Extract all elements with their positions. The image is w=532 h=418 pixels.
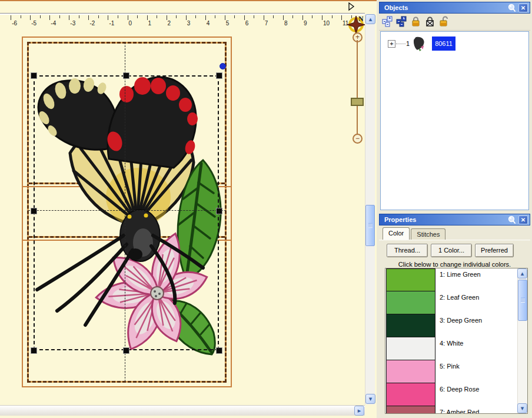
collapse-arrow-icon[interactable] — [348, 2, 355, 11]
color-row[interactable]: 3: Deep Green — [385, 314, 527, 337]
object-item: + 1 80611 — [388, 35, 455, 52]
ruler-number: -4 — [51, 20, 56, 26]
scroll-up-button[interactable]: ▴ — [517, 268, 527, 278]
design-canvas[interactable]: -6-5-4-3-2-101234567891011 — [0, 0, 377, 418]
ruler-number: 6 — [245, 20, 249, 26]
resize-handle-middle-right[interactable] — [216, 208, 222, 214]
resize-handle-top-middle[interactable] — [123, 72, 129, 79]
objects-list[interactable]: + 1 80611 — [380, 31, 529, 210]
ruler-tick — [205, 15, 206, 20]
ruler-tick — [244, 15, 245, 20]
ruler-tick — [11, 15, 11, 20]
resize-handle-bottom-middle[interactable] — [123, 347, 129, 354]
color-row[interactable]: 2: Leaf Green — [385, 291, 527, 314]
scroll-right-button[interactable]: ▸ — [354, 406, 364, 416]
lock-crossed-icon[interactable] — [424, 16, 435, 27]
ruler-number: -2 — [89, 20, 95, 26]
tab-color[interactable]: Color — [383, 227, 410, 240]
color-row[interactable]: 7: Amber Red — [385, 406, 527, 414]
ruler-number: 10 — [323, 20, 330, 26]
horizontal-scrollbar[interactable]: ▸ — [0, 405, 365, 416]
thread-button[interactable]: Thread... — [387, 244, 428, 257]
ruler-tick — [137, 15, 138, 18]
color-row[interactable]: 4: White — [385, 337, 527, 360]
pin-icon[interactable] — [507, 4, 517, 12]
color-label: 2: Leaf Green — [440, 294, 479, 301]
properties-panel: Properties ✕ Color Stitches Thread... 1 … — [379, 214, 530, 418]
ruler-tick — [108, 15, 108, 20]
selection-rect[interactable] — [34, 75, 219, 350]
ruler-number: 8 — [284, 20, 288, 26]
select-items-icon[interactable] — [382, 16, 393, 27]
resize-handle-top-right[interactable] — [216, 72, 222, 79]
properties-panel-title: Properties — [384, 216, 416, 223]
ruler-number: -1 — [109, 20, 114, 26]
color-swatch[interactable] — [386, 268, 435, 291]
color-row[interactable]: 6: Deep Rose — [385, 383, 527, 406]
resize-handle-bottom-left[interactable] — [31, 347, 37, 354]
close-icon[interactable]: ✕ — [518, 215, 528, 224]
resize-handle-bottom-right[interactable] — [216, 347, 222, 354]
scroll-up-button[interactable]: ▴ — [365, 14, 375, 24]
pin-icon[interactable] — [507, 215, 517, 224]
tab-stitches[interactable]: Stitches — [411, 228, 445, 240]
zoom-slider-handle[interactable] — [351, 98, 364, 106]
color-row[interactable]: 5: Pink — [385, 360, 527, 383]
ruler-number: -5 — [31, 20, 36, 26]
zoom-out-button[interactable]: − — [353, 134, 363, 144]
compass-north-label: N — [358, 15, 364, 24]
vertical-scroll-thumb[interactable] — [365, 205, 375, 246]
resize-handle-middle-left[interactable] — [31, 208, 37, 214]
preferred-button[interactable]: Preferred — [475, 244, 514, 257]
ruler-tick — [234, 15, 235, 18]
objects-panel: Objects ✕ — [379, 2, 530, 211]
rotate-handle[interactable] — [220, 63, 226, 69]
lock-open-icon[interactable] — [438, 16, 450, 27]
ruler-tick — [195, 15, 196, 18]
select-groups-icon[interactable] — [396, 16, 407, 27]
object-thumbnail[interactable] — [412, 35, 428, 52]
color-label: 6: Deep Rose — [440, 386, 479, 393]
resize-handle-top-left[interactable] — [31, 72, 37, 79]
color-list-scrollbar[interactable]: ▴ ▾ — [517, 268, 527, 413]
ruler-number: -3 — [70, 20, 75, 26]
vertical-scrollbar[interactable]: ▴ ▾ — [365, 14, 375, 404]
color-swatch[interactable] — [386, 337, 435, 360]
compass-icon — [347, 15, 367, 35]
color-label: 1: Lime Green — [440, 271, 481, 278]
close-icon[interactable]: ✕ — [518, 4, 528, 12]
color-swatch[interactable] — [386, 406, 435, 414]
lock-closed-icon[interactable] — [410, 16, 421, 27]
ruler-tick — [147, 15, 148, 20]
ruler-tick — [302, 15, 303, 20]
object-index: 1 — [406, 40, 410, 47]
one-color-button[interactable]: 1 Color... — [431, 244, 472, 257]
ruler-tick — [215, 15, 215, 18]
expand-icon[interactable]: + — [388, 40, 395, 48]
ruler-tick — [98, 15, 99, 18]
object-label-selected[interactable]: 80611 — [432, 37, 455, 51]
ruler-tick — [264, 15, 264, 20]
color-list-scroll-thumb[interactable] — [518, 280, 527, 321]
color-swatch[interactable] — [386, 314, 435, 337]
properties-panel-titlebar[interactable]: Properties ✕ — [379, 214, 530, 225]
ruler-tick — [186, 15, 187, 20]
objects-toolbar — [379, 14, 530, 31]
color-swatch[interactable] — [386, 383, 435, 406]
objects-panel-titlebar[interactable]: Objects ✕ — [379, 2, 530, 14]
color-row[interactable]: 1: Lime Green — [385, 268, 527, 291]
ruler-tick — [273, 15, 274, 18]
ruler-tick — [225, 15, 225, 20]
color-swatch[interactable] — [386, 360, 435, 383]
color-swatch[interactable] — [386, 291, 435, 314]
application-window: -6-5-4-3-2-101234567891011 — [0, 0, 532, 418]
ruler-tick — [30, 15, 31, 20]
scroll-down-button[interactable]: ▾ — [517, 403, 527, 413]
color-list: 1: Lime Green2: Leaf Green3: Deep Green4… — [385, 268, 528, 414]
ruler-number: 9 — [304, 20, 307, 26]
scroll-down-button[interactable]: ▾ — [365, 394, 375, 404]
color-list-caption: Click below to change individual colors. — [379, 261, 530, 268]
color-label: 4: White — [440, 340, 463, 347]
ruler-number: 0 — [129, 20, 132, 26]
zoom-slider-track[interactable] — [357, 40, 358, 135]
